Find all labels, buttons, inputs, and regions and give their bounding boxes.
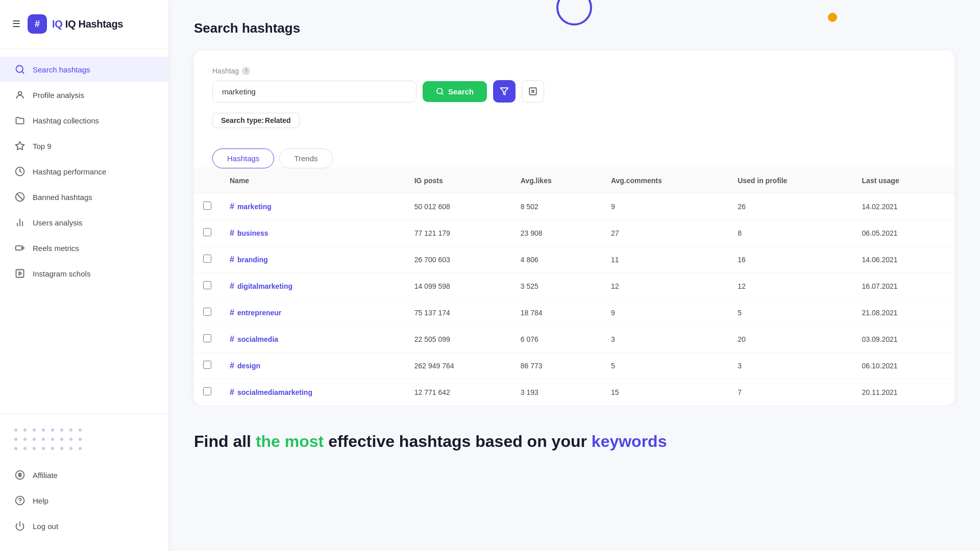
row-name-3: # digitalmarketing (220, 273, 405, 299)
hash-symbol-3: # (230, 282, 234, 291)
row-checkbox-0[interactable] (203, 202, 211, 210)
search-label: Hashtag ? (212, 67, 936, 75)
row-checkbox-4[interactable] (203, 308, 211, 316)
sidebar-item-label-affiliate: Affiliate (33, 471, 58, 480)
row-checkbox-cell-2 (194, 246, 220, 273)
row-used-in-profile-6: 3 (728, 353, 852, 379)
row-checkbox-7[interactable] (203, 387, 211, 395)
hashtag-name-4: entrepreneur (237, 309, 281, 317)
row-avg-likes-0: 8 502 (511, 193, 602, 220)
table-row: # socialmediamarketing 12 771 642 3 193 … (194, 379, 954, 406)
row-used-in-profile-7: 7 (728, 379, 852, 406)
tagline-part2: effective hashtags based on your (324, 432, 592, 450)
col-last-usage: Last usage (853, 168, 954, 193)
row-used-in-profile-3: 12 (728, 273, 852, 299)
hashtag-link-0[interactable]: # marketing (230, 202, 396, 211)
tab-trends[interactable]: Trends (279, 148, 332, 168)
sidebar-item-hashtag-performance[interactable]: Hashtag performance (0, 159, 168, 184)
row-name-0: # marketing (220, 193, 405, 220)
chart-circle-icon (14, 166, 26, 177)
results-table: Name IG posts Avg.likes Avg.comments Use… (194, 168, 954, 406)
row-checkbox-5[interactable] (203, 334, 211, 342)
hash-symbol-2: # (230, 255, 234, 264)
search-type-badge[interactable]: Search type: Related (212, 113, 300, 128)
sidebar-item-label-instagram-schols: Instagram schols (33, 269, 90, 278)
row-used-in-profile-1: 8 (728, 220, 852, 246)
sidebar-item-search-hashtags[interactable]: Search hashtags (0, 57, 168, 82)
row-avg-likes-3: 3 525 (511, 273, 602, 299)
search-type-value: Related (265, 116, 291, 124)
hashtag-link-3[interactable]: # digitalmarketing (230, 282, 396, 291)
sidebar: ☰ # IQ IQ Hashtags Search hashtags Profi… (0, 0, 168, 551)
search-container: Hashtag ? Search (194, 51, 954, 406)
hamburger-icon[interactable]: ☰ (12, 18, 20, 30)
svg-marker-13 (19, 272, 21, 276)
svg-line-1 (22, 71, 24, 73)
row-last-usage-6: 06.10.2021 (853, 353, 954, 379)
search-input[interactable] (212, 81, 416, 103)
row-checkbox-cell-4 (194, 299, 220, 326)
sidebar-item-help[interactable]: Help (0, 488, 168, 513)
hashtag-link-7[interactable]: # socialmediamarketing (230, 388, 396, 397)
hashtag-link-6[interactable]: # design (230, 361, 396, 370)
sidebar-item-label-hashtag-performance: Hashtag performance (33, 167, 106, 176)
sidebar-item-reels-metrics[interactable]: Reels metrics (0, 235, 168, 261)
table-row: # socialmedia 22 505 099 6 076 3 20 03.0… (194, 326, 954, 353)
row-avg-likes-2: 4 806 (511, 246, 602, 273)
row-name-5: # socialmedia (220, 326, 405, 353)
tagline-highlight1: the most (256, 432, 324, 450)
hashtag-name-6: design (237, 362, 260, 370)
row-ig-posts-7: 12 771 642 (405, 379, 511, 406)
row-checkbox-2[interactable] (203, 255, 211, 263)
sidebar-item-affiliate[interactable]: Affiliate (0, 462, 168, 488)
tagline-part1: Find all (194, 432, 256, 450)
sidebar-nav: Search hashtags Profile analysis Hashtag… (0, 48, 168, 414)
row-checkbox-cell-3 (194, 273, 220, 299)
row-avg-comments-2: 11 (602, 246, 728, 273)
profile-icon (14, 89, 26, 101)
hashtag-link-2[interactable]: # branding (230, 255, 396, 264)
row-ig-posts-5: 22 505 099 (405, 326, 511, 353)
row-used-in-profile-4: 5 (728, 299, 852, 326)
clear-icon (528, 87, 537, 96)
filter-button[interactable] (493, 80, 516, 103)
row-name-4: # entrepreneur (220, 299, 405, 326)
sidebar-item-instagram-schols[interactable]: Instagram schols (0, 261, 168, 286)
hashtag-link-5[interactable]: # socialmedia (230, 335, 396, 344)
hash-symbol-5: # (230, 335, 234, 344)
filter-icon (500, 87, 509, 96)
row-checkbox-cell-7 (194, 379, 220, 406)
search-button-icon (436, 87, 444, 95)
sidebar-item-label-banned-hashtags: Banned hashtags (33, 193, 92, 202)
table-row: # business 77 121 179 23 908 27 8 06.05.… (194, 220, 954, 246)
row-avg-comments-4: 9 (602, 299, 728, 326)
sidebar-item-profile-analysis[interactable]: Profile analysis (0, 82, 168, 108)
row-avg-comments-5: 3 (602, 326, 728, 353)
search-type-label: Search type: (221, 116, 264, 124)
sidebar-item-top9[interactable]: Top 9 (0, 133, 168, 159)
tab-hashtags[interactable]: Hashtags (212, 148, 274, 168)
logo-icon: # (28, 14, 47, 34)
search-button[interactable]: Search (423, 81, 487, 102)
row-avg-comments-6: 5 (602, 353, 728, 379)
sidebar-item-hashtag-collections[interactable]: Hashtag collections (0, 108, 168, 133)
hashtag-link-1[interactable]: # business (230, 229, 396, 238)
clear-button[interactable] (522, 80, 544, 103)
row-last-usage-2: 14.06.2021 (853, 246, 954, 273)
row-checkbox-3[interactable] (203, 281, 211, 289)
sidebar-logo: ☰ # IQ IQ Hashtags (0, 0, 168, 48)
hashtag-name-7: socialmediamarketing (237, 388, 312, 396)
row-checkbox-6[interactable] (203, 361, 211, 369)
hashtag-name-5: socialmedia (237, 335, 278, 343)
row-avg-comments-7: 15 (602, 379, 728, 406)
row-name-1: # business (220, 220, 405, 246)
sidebar-item-label-reels-metrics: Reels metrics (33, 244, 79, 253)
sidebar-item-users-analysis[interactable]: Users analysis (0, 210, 168, 235)
tagline-highlight2: keywords (592, 432, 667, 450)
row-used-in-profile-2: 16 (728, 246, 852, 273)
hashtag-link-4[interactable]: # entrepreneur (230, 308, 396, 317)
row-checkbox-1[interactable] (203, 228, 211, 236)
row-last-usage-0: 14.02.2021 (853, 193, 954, 220)
sidebar-item-banned-hashtags[interactable]: Banned hashtags (0, 184, 168, 210)
sidebar-item-logout[interactable]: Log out (0, 513, 168, 539)
